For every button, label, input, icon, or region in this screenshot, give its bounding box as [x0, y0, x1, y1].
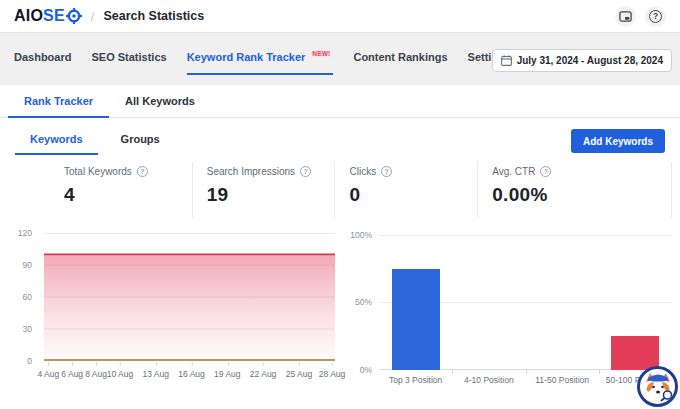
stat-search-impressions-value: 19 — [207, 184, 335, 206]
stat-clicks: Clicks? 0 — [334, 162, 477, 218]
logo-text-aio: AIO — [14, 7, 43, 25]
tooltip-question-icon[interactable]: ? — [300, 166, 311, 177]
main-nav-tabs: Dashboard SEO Statistics Keyword Rank Tr… — [14, 51, 511, 75]
fox-mascot-icon — [641, 370, 675, 404]
bar-col-11-50 — [526, 235, 599, 370]
tab-seo-statistics[interactable]: SEO Statistics — [91, 51, 166, 75]
x-axis-label: Top 3 Position — [379, 375, 452, 385]
bar-chart-x-axis: Top 3 Position 4-10 Position 11-50 Posit… — [379, 375, 672, 385]
stat-search-impressions: Search Impressions? 19 — [192, 162, 335, 218]
top-header: AIOSE / Search Statistics ? — [0, 0, 680, 33]
tooltip-question-icon[interactable]: ? — [137, 166, 148, 177]
x-axis-label: 22 Aug — [250, 369, 276, 379]
x-axis-label: 4 Aug — [37, 369, 59, 379]
subtab-rank-tracker[interactable]: Rank Tracker — [8, 85, 109, 118]
bar-col-top3 — [379, 235, 452, 370]
x-axis-label: 16 Aug — [178, 369, 204, 379]
x-axis-label: 6 Aug — [61, 369, 83, 379]
subtab-row: Rank Tracker All Keywords — [0, 85, 680, 118]
content-card: Rank Tracker All Keywords Keywords Group… — [0, 85, 680, 409]
x-axis-label: 28 Aug — [319, 369, 345, 379]
calendar-icon — [501, 55, 512, 66]
tab-keywords[interactable]: Keywords — [15, 129, 98, 155]
add-keywords-button[interactable]: Add Keywords — [571, 129, 665, 153]
charts-row: 120 90 60 30 0 — [0, 225, 680, 395]
x-axis-label: 8 Aug — [85, 369, 107, 379]
page-title: Search Statistics — [103, 9, 204, 23]
mascot-help-widget[interactable] — [637, 366, 678, 407]
tooltip-question-icon[interactable]: ? — [540, 166, 551, 177]
date-range-text: July 31, 2024 - August 28, 2024 — [517, 55, 663, 66]
x-axis-label: 10 Aug — [107, 369, 133, 379]
tab-content-rankings[interactable]: Content Rankings — [353, 51, 447, 75]
area-chart-plot — [44, 233, 335, 361]
x-axis-label: 13 Aug — [142, 369, 168, 379]
tab-groups[interactable]: Groups — [106, 129, 175, 155]
tab-keyword-rank-tracker[interactable]: Keyword Rank Tracker NEW! — [187, 51, 334, 75]
position-distribution-bar-chart: 100% 50% 0% Top 3 Position 4-10 Pos — [345, 225, 680, 395]
date-range-picker[interactable]: July 31, 2024 - August 28, 2024 — [492, 49, 672, 72]
stat-total-keywords: Total Keywords? 4 — [50, 162, 192, 218]
stat-total-keywords-value: 4 — [64, 184, 192, 206]
bar[interactable] — [611, 336, 659, 370]
bar[interactable] — [392, 269, 440, 370]
stat-avg-ctr: Avg. CTR? 0.00% — [477, 162, 672, 218]
y-axis-label: 60 — [0, 292, 32, 302]
help-icon[interactable]: ? — [645, 6, 666, 27]
display-mode-icon[interactable] — [615, 6, 636, 27]
subtab-all-keywords[interactable]: All Keywords — [109, 85, 211, 118]
y-axis-label: 0 — [0, 356, 32, 366]
stat-avg-ctr-value: 0.00% — [492, 184, 671, 206]
x-axis-label: 4-10 Position — [452, 375, 525, 385]
tooltip-question-icon[interactable]: ? — [381, 166, 392, 177]
logo-text-se: SE — [43, 7, 65, 25]
help-question-glyph: ? — [649, 10, 662, 23]
stat-clicks-value: 0 — [349, 184, 477, 206]
y-axis-label: 50% — [345, 297, 372, 307]
area-chart-x-axis: 4 Aug 6 Aug 8 Aug 10 Aug 13 Aug 16 Aug 1… — [44, 369, 335, 383]
position-history-area-chart: 120 90 60 30 0 — [0, 225, 345, 395]
x-axis-label: 11-50 Position — [526, 375, 599, 385]
stats-row: Total Keywords? 4 Search Impressions? 19… — [50, 162, 672, 218]
bar-col-50-100 — [599, 235, 672, 370]
y-axis-label: 90 — [0, 260, 32, 270]
bar-col-4-10 — [452, 235, 525, 370]
aioseo-logo: AIOSE — [14, 7, 82, 25]
y-axis-label: 120 — [0, 228, 32, 238]
bar-chart-plot — [379, 235, 672, 370]
logo-gear-o-icon — [65, 8, 82, 24]
x-axis-label: 19 Aug — [214, 369, 240, 379]
y-axis-label: 100% — [345, 230, 372, 240]
tab-dashboard[interactable]: Dashboard — [14, 51, 71, 75]
x-axis-label: 25 Aug — [286, 369, 312, 379]
inner-tabs: Keywords Groups — [15, 129, 175, 155]
new-badge: NEW! — [309, 49, 333, 58]
y-axis-label: 30 — [0, 324, 32, 334]
breadcrumb-separator: / — [91, 9, 95, 24]
y-axis-label: 0% — [345, 365, 372, 375]
